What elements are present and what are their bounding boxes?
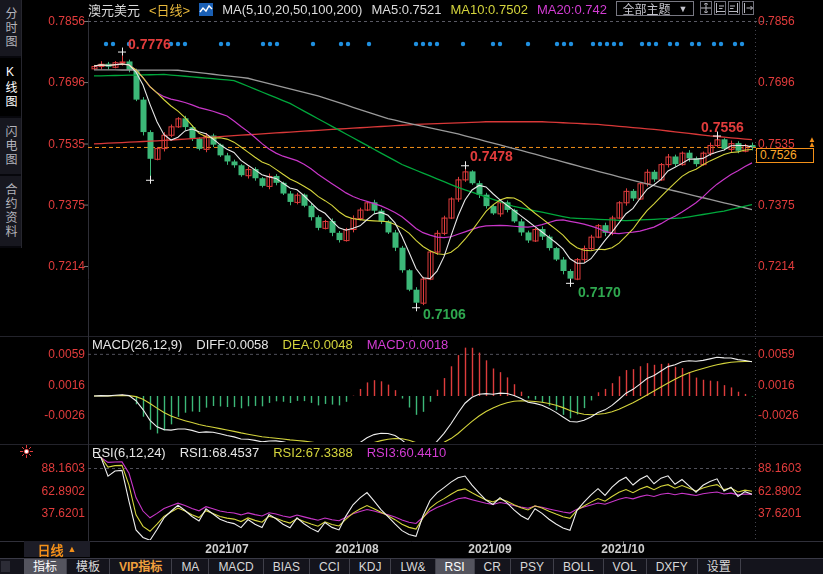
rsi-axis-label: 62.8902 (29, 484, 85, 498)
macd-macd-readout: MACD:0.0018 (367, 337, 449, 352)
toolbar-item-boll[interactable]: BOLL (554, 559, 604, 574)
pan-right-icon[interactable] (742, 1, 754, 15)
interval-selector[interactable]: 日线 ▲ (24, 541, 90, 557)
tab-time-chart[interactable]: 分时图 (0, 0, 21, 58)
app-root: 澳元美元 <日线> MA(5,10,20,50,100,200) MA5:0.7… (0, 0, 823, 574)
toolbar-item-cci[interactable]: CCI (310, 559, 350, 574)
price-up-arrow-icon: ▲▲ (807, 137, 817, 147)
interval-label: 日线 (38, 540, 64, 559)
chevron-down-icon: ▼ (679, 4, 688, 14)
price-axis-label: 0.7375 (758, 198, 820, 212)
price-annotation: 0.7170 (578, 284, 621, 300)
toolbar-item-settings[interactable]: 设置 (698, 559, 741, 574)
rsi-axis-label: 88.1603 (29, 461, 85, 475)
macd-axis-label: -0.0026 (29, 408, 85, 422)
macd-axis-label: 0.0059 (758, 347, 820, 361)
price-annotation: 0.7478 (470, 148, 513, 164)
toolbar-item-indicators[interactable]: 指标 (24, 559, 67, 574)
crosshair-tool-icon[interactable] (700, 1, 712, 15)
tab-contract-info[interactable]: 合约资料 (0, 176, 21, 248)
rsi1-readout: RSI1:68.4537 (180, 445, 260, 460)
toolbar-item-vip-indicators[interactable]: VIP指标 (110, 559, 172, 574)
date-axis-label: 2021/09 (458, 542, 522, 556)
toolbar-grip[interactable] (1, 561, 10, 572)
symbol-title: 澳元美元 (88, 0, 140, 19)
tab-lightning-chart[interactable]: 闪电图 (0, 118, 21, 176)
toolbar-item-templates[interactable]: 模板 (67, 559, 110, 574)
price-axis-label: 0.7535 (29, 137, 85, 151)
toolbar-item-bias[interactable]: BIAS (264, 559, 310, 574)
rsi-axis-label: 37.6201 (29, 506, 85, 520)
price-axis-label: 0.7696 (29, 75, 85, 89)
rsi-axis-label: 37.6201 (758, 506, 820, 520)
macd-axis-label: -0.0026 (758, 408, 820, 422)
rsi-header: RSI(6,12,24) RSI1:68.4537 RSI2:67.3388 R… (92, 445, 446, 460)
interval-tag: <日线> (149, 0, 190, 19)
macd-dea-readout: DEA:0.0048 (283, 337, 353, 352)
toolbar-item-macd[interactable]: MACD (209, 559, 263, 574)
toolbar-item-psy[interactable]: PSY (511, 559, 554, 574)
theme-dropdown[interactable]: 全部主题 ▼ (616, 1, 694, 16)
toolbar-item-lw[interactable]: LW& (391, 559, 435, 574)
bottom-toolbar: 指标模板VIP指标MAMACDBIASCCIKDJLW&RSICRPSYBOLL… (0, 558, 823, 574)
price-axis-label: 0.7375 (29, 198, 85, 212)
macd-title: MACD(26,12,9) (92, 337, 182, 352)
ma20-readout: MA20:0.742 (537, 2, 607, 17)
rsi-axis-label: 62.8902 (758, 484, 820, 498)
theme-dropdown-label: 全部主题 (623, 0, 671, 17)
price-axis-label: 0.7214 (29, 259, 85, 273)
fit-left-axis-icon[interactable] (714, 1, 726, 15)
kline-mini-icon (199, 3, 213, 16)
date-axis-label: 2021/07 (195, 542, 259, 556)
tab-kline-chart[interactable]: K线图 (0, 58, 21, 118)
price-axis-label: 0.7856 (29, 14, 85, 28)
rsi-axis-label: 88.1603 (758, 461, 820, 475)
toolbar-item-vol[interactable]: VOL (604, 559, 647, 574)
rsi3-readout: RSI3:60.4410 (367, 445, 447, 460)
toolbar-item-cr[interactable]: CR (475, 559, 511, 574)
macd-axis-label: 0.0059 (29, 347, 85, 361)
price-annotation: 0.7106 (423, 306, 466, 322)
price-axis-label: 0.7214 (758, 259, 820, 273)
toolbar-item-ma[interactable]: MA (172, 559, 209, 574)
macd-header: MACD(26,12,9) DIFF:0.0058 DEA:0.0048 MAC… (92, 337, 448, 352)
rsi-title: RSI(6,12,24) (92, 445, 166, 460)
ma5-readout: MA5:0.7521 (371, 2, 441, 17)
topbar: 澳元美元 <日线> MA(5,10,20,50,100,200) MA5:0.7… (88, 1, 607, 17)
price-annotation: 0.7776 (128, 36, 171, 52)
toolbar-item-dxfy[interactable]: DXFY (647, 559, 698, 574)
price-axis-label: 0.7856 (758, 14, 820, 28)
macd-axis-label: 0.0016 (29, 378, 85, 392)
chart-canvas[interactable] (0, 0, 823, 574)
macd-diff-readout: DIFF:0.0058 (196, 337, 268, 352)
triangle-up-icon: ▲ (68, 544, 77, 554)
price-annotation: 0.7556 (701, 119, 744, 135)
rsi2-readout: RSI2:67.3388 (273, 445, 353, 460)
date-axis-label: 2021/10 (591, 542, 655, 556)
sidebar: 分时图K线图闪电图合约资料 (0, 0, 22, 248)
fit-right-axis-icon[interactable] (728, 1, 740, 15)
toolbar-item-kdj[interactable]: KDJ (350, 559, 392, 574)
ma-settings-label: MA(5,10,20,50,100,200) (222, 2, 362, 17)
last-price-tag: 0.7526 (756, 148, 814, 163)
price-axis-label: 0.7696 (758, 75, 820, 89)
ma10-readout: MA10:0.7502 (451, 2, 528, 17)
pane-marker-icon[interactable] (20, 445, 33, 458)
toolbar-item-rsi[interactable]: RSI (436, 559, 475, 574)
macd-axis-label: 0.0016 (758, 378, 820, 392)
chart-tool-buttons (700, 1, 754, 15)
date-axis-label: 2021/08 (325, 542, 389, 556)
